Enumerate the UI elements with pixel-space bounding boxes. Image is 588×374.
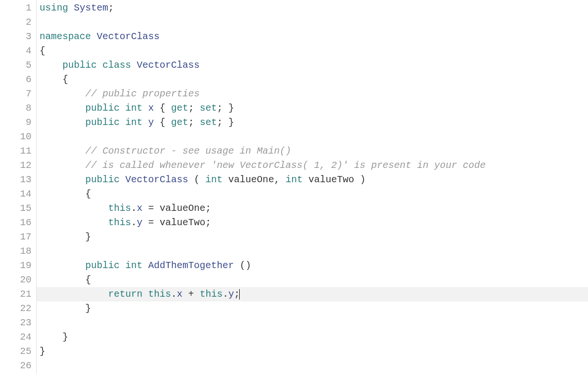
code-line[interactable]: } [40,230,588,244]
code-line[interactable] [40,15,588,30]
code-line[interactable]: { [40,187,588,201]
line-number: 12 [0,158,36,173]
line-number: 4 [0,44,36,58]
line-number: 22 [0,301,36,316]
line-number: 2 [0,15,36,30]
code-line[interactable]: { [40,44,588,58]
code-area[interactable]: using System;namespace VectorClass{ publ… [37,0,588,374]
line-number: 1 [0,1,36,15]
line-number: 18 [0,244,36,259]
line-number: 23 [0,316,36,330]
line-number: 8 [0,101,36,115]
line-number: 15 [0,201,36,216]
code-line[interactable]: this.x = valueOne; [40,201,588,216]
code-line[interactable]: public class VectorClass [40,58,588,73]
line-number: 6 [0,73,36,87]
line-number: 16 [0,216,36,230]
code-line[interactable]: // Constructor - see usage in Main() [40,144,588,158]
code-line[interactable]: return this.x + this.y; [40,287,588,301]
line-number-gutter: 1234567891011121314151617181920212223242… [0,0,37,374]
line-number: 21 [0,287,36,301]
line-number: 25 [0,344,36,359]
code-line[interactable]: using System; [40,1,588,15]
code-line[interactable] [40,244,588,259]
code-line[interactable]: } [40,344,588,359]
code-line[interactable]: public int x { get; set; } [40,101,588,115]
code-editor[interactable]: 1234567891011121314151617181920212223242… [0,0,588,374]
code-line[interactable]: } [40,301,588,316]
code-line[interactable]: { [40,273,588,287]
line-number: 26 [0,359,36,373]
line-number: 10 [0,130,36,144]
text-caret [239,289,240,300]
code-line[interactable]: public int y { get; set; } [40,115,588,130]
line-number: 9 [0,115,36,130]
code-line[interactable]: { [40,73,588,87]
code-line[interactable]: this.y = valueTwo; [40,216,588,230]
line-number: 19 [0,259,36,273]
line-number: 5 [0,58,36,73]
line-number: 3 [0,30,36,44]
code-line[interactable] [40,316,588,330]
code-line[interactable]: } [40,330,588,344]
code-line[interactable]: namespace VectorClass [40,30,588,44]
line-number: 13 [0,173,36,187]
code-line[interactable]: // is called whenever 'new VectorClass( … [40,158,588,173]
line-number: 17 [0,230,36,244]
code-line[interactable] [40,130,588,144]
line-number: 7 [0,87,36,101]
code-line[interactable]: public int AddThemTogether () [40,259,588,273]
code-line[interactable] [40,359,588,373]
code-line[interactable]: public VectorClass ( int valueOne, int v… [40,173,588,187]
line-number: 20 [0,273,36,287]
line-number: 24 [0,330,36,344]
code-line[interactable]: // public properties [40,87,588,101]
line-number: 14 [0,187,36,201]
line-number: 11 [0,144,36,158]
